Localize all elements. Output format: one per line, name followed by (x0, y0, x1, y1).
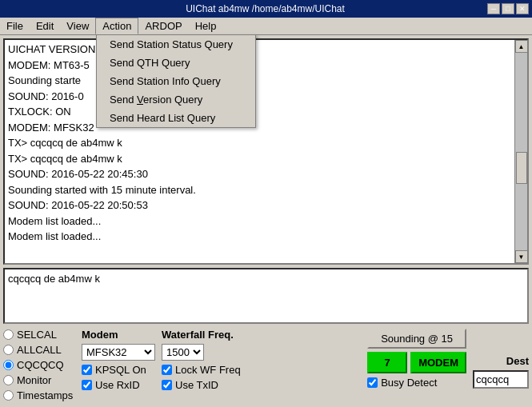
cqcqcq-label: CQCQCQ (17, 359, 64, 371)
menu-send-heard-list[interactable]: Send Heard List Query (97, 109, 255, 127)
scrollbar-thumb[interactable] (516, 152, 527, 184)
maximize-button[interactable]: □ (502, 3, 514, 14)
scrollbar-track[interactable] (515, 53, 528, 250)
log-line: MODEM: MFSK32 (8, 120, 511, 136)
monitor-radio-label[interactable]: Monitor (3, 374, 75, 386)
timestamps-label: Timestamps (17, 389, 73, 401)
dest-label: Dest (473, 355, 529, 367)
use-rxid-checkbox[interactable] (82, 380, 92, 390)
waterfall-section: Waterfall Freq. 1500 1000 2000 Lock WF F… (162, 329, 241, 391)
menu-file[interactable]: File (0, 18, 30, 34)
cqcqcq-radio-label[interactable]: CQCQCQ (3, 359, 75, 371)
log-line: SOUND: 2016-05-22 20:45:30 (8, 166, 511, 182)
modem-select-row: MFSK32 MT63-500S (82, 344, 155, 361)
allcall-radio-label[interactable]: ALLCALL (3, 344, 75, 356)
modem-section: Modem MFSK32 MT63-500S KPSQL On Use RxID (82, 329, 155, 391)
modem-button[interactable]: MODEM (410, 352, 466, 373)
main-area: UICHAT VERSION ... MODEM: MT63-5 Soundin… (0, 35, 532, 407)
busy-detect-checkbox-label[interactable]: Busy Detect (367, 377, 466, 389)
right-bottom-row: 7 MODEM (367, 352, 466, 373)
scroll-up-button[interactable]: ▲ (515, 40, 528, 53)
log-line: TX> cqcqcq de ab4mw k (8, 135, 511, 151)
kpsql-checkbox[interactable] (82, 365, 92, 375)
wf-select[interactable]: 1500 1000 2000 (162, 344, 204, 361)
log-line: Modem list loaded... (8, 229, 511, 245)
lock-wf-label: Lock WF Freq (175, 364, 241, 376)
menu-view[interactable]: View (60, 18, 95, 34)
right-top-row: Sounding @ 15 7 MODEM Busy Detect Dest (367, 329, 529, 389)
selcal-label: SELCAL (17, 329, 57, 341)
allcall-label: ALLCALL (17, 344, 62, 356)
log-line: Modem list loaded... (8, 213, 511, 229)
sounding-button[interactable]: Sounding @ 15 (367, 329, 466, 349)
timestamps-radio[interactable] (3, 390, 14, 401)
kpsql-checkbox-label[interactable]: KPSQL On (82, 364, 155, 376)
call-type-radio-group: SELCAL ALLCALL CQCQCQ Monitor Timestamps (3, 329, 75, 401)
action-dropdown: Send Station Status Query Send QTH Query… (96, 34, 256, 128)
log-line: Sounding starte (8, 73, 511, 89)
busy-detect-label: Busy Detect (381, 377, 437, 389)
message-input[interactable]: cqcqcq de ab4mw k (3, 268, 529, 324)
menu-send-station-info[interactable]: Send Station Info Query (97, 72, 255, 90)
monitor-radio[interactable] (3, 375, 14, 385)
seven-button[interactable]: 7 (367, 352, 407, 373)
minimize-button[interactable]: ─ (487, 3, 500, 14)
log-scrollbar: ▲ ▼ (514, 40, 527, 263)
wf-select-row: 1500 1000 2000 (162, 344, 241, 361)
menu-send-qth[interactable]: Send QTH Query (97, 54, 255, 72)
right-panel: Sounding @ 15 7 MODEM Busy Detect Dest (367, 329, 529, 389)
log-line: SOUND: 2016-0 (8, 89, 511, 105)
timestamps-radio-label[interactable]: Timestamps (3, 389, 75, 401)
menu-bar: File Edit View Action ARDOP Help Send St… (0, 18, 532, 35)
selcal-radio[interactable] (3, 329, 14, 340)
lock-wf-checkbox-label[interactable]: Lock WF Freq (162, 364, 241, 376)
modem-select[interactable]: MFSK32 MT63-500S (82, 344, 155, 361)
dest-input[interactable] (473, 370, 529, 389)
log-area: UICHAT VERSION ... MODEM: MT63-5 Soundin… (3, 38, 529, 265)
scroll-down-button[interactable]: ▼ (515, 250, 528, 263)
menu-help[interactable]: Help (189, 18, 223, 34)
allcall-radio[interactable] (3, 345, 14, 355)
bottom-controls: SELCAL ALLCALL CQCQCQ Monitor Timestamps… (0, 327, 532, 407)
log-line: TXLOCK: ON (8, 104, 511, 120)
use-txid-checkbox[interactable] (162, 380, 172, 390)
use-rxid-label: Use RxID (95, 379, 140, 391)
kpsql-label: KPSQL On (95, 364, 146, 376)
log-line: UICHAT VERSION ... (8, 42, 511, 58)
log-line: MODEM: MT63-5 (8, 58, 511, 74)
menu-send-version[interactable]: Send Version Query (97, 90, 255, 109)
log-line: Sounding started with 15 minute interval… (8, 182, 511, 198)
selcal-radio-label[interactable]: SELCAL (3, 329, 75, 341)
menu-action[interactable]: Action (95, 18, 138, 34)
menu-edit[interactable]: Edit (30, 18, 60, 34)
use-rxid-checkbox-label[interactable]: Use RxID (82, 379, 155, 391)
log-line: TX> cqcqcq de ab4mw k (8, 151, 511, 167)
menu-ardop[interactable]: ARDOP (138, 18, 188, 34)
log-content: UICHAT VERSION ... MODEM: MT63-5 Soundin… (5, 40, 514, 263)
title-bar: UIChat ab4mw /home/ab4mw/UIChat ─ □ ✕ (0, 0, 532, 18)
lock-wf-checkbox[interactable] (162, 365, 172, 375)
use-txid-checkbox-label[interactable]: Use TxID (162, 379, 241, 391)
log-line: SOUND: 2016-05-22 20:50:53 (8, 198, 511, 213)
window-title: UIChat ab4mw /home/ab4mw/UIChat (43, 3, 487, 14)
window-controls: ─ □ ✕ (487, 3, 529, 14)
modem-section-label: Modem (82, 329, 155, 341)
busy-detect-checkbox[interactable] (367, 377, 378, 388)
cqcqcq-radio[interactable] (3, 360, 14, 370)
monitor-label: Monitor (17, 374, 51, 386)
menu-send-station-status[interactable]: Send Station Status Query (97, 35, 255, 54)
close-button[interactable]: ✕ (516, 3, 529, 14)
use-txid-label: Use TxID (175, 379, 218, 391)
waterfall-section-label: Waterfall Freq. (162, 329, 241, 341)
